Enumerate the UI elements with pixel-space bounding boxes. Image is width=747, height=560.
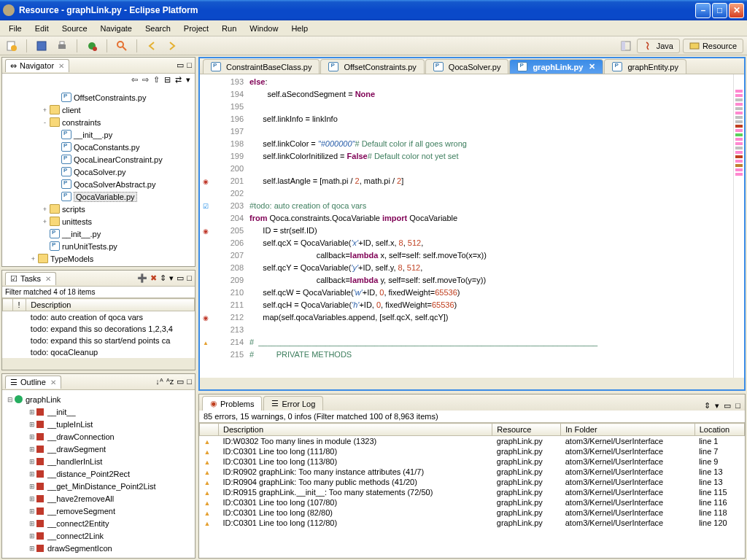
menu-source[interactable]: Source — [56, 23, 93, 34]
outline-method[interactable]: ⊞__handlerInList — [5, 455, 192, 467]
tree-item[interactable]: QocaSolverAbstract.py — [5, 178, 192, 190]
editor-tab[interactable]: ConstraintBaseClass.py — [203, 59, 320, 74]
close-icon[interactable]: ✕ — [45, 275, 51, 283]
navigator-tab[interactable]: ⇔Navigator✕ — [5, 59, 69, 72]
outline-method[interactable]: ⊞__connect2Entity — [5, 517, 192, 529]
menu-navigate[interactable]: Navigate — [95, 23, 138, 34]
maximize-button[interactable]: □ — [712, 3, 727, 18]
open-perspective-icon[interactable] — [618, 38, 634, 54]
code-editor[interactable]: 193 else:194 self.aSecondSegment = None1… — [200, 74, 744, 378]
menu-file[interactable]: File — [3, 23, 28, 34]
outline-method[interactable]: ⊞__drawConnection — [5, 430, 192, 443]
nav-forward-icon[interactable] — [164, 38, 180, 54]
print-icon[interactable] — [54, 38, 70, 54]
tree-item[interactable]: QocaVariable.py — [5, 190, 192, 203]
new-icon[interactable] — [4, 38, 20, 54]
outline-tab[interactable]: ☰Outline✕ — [5, 376, 61, 389]
maximize-icon[interactable]: □ — [187, 61, 192, 70]
tasks-table[interactable]: !Description todo: auto creation of qoca… — [2, 298, 195, 358]
minimize-icon[interactable]: ▭ — [177, 61, 184, 70]
problem-row[interactable]: ID:C0301 Line too long (112/80)graphLink… — [200, 518, 745, 528]
minimize-icon[interactable]: ▭ — [177, 273, 184, 283]
tree-item[interactable]: +unitTests — [5, 265, 192, 266]
outline-method[interactable]: ⊞__get_MinDistance_Point2List — [5, 480, 192, 492]
editor-scrollbar[interactable] — [200, 378, 744, 389]
problem-row[interactable]: ID:R0902 graphLink: Too many instance at… — [200, 467, 745, 477]
delete-task-icon[interactable]: ✖ — [150, 273, 157, 283]
filter-icon[interactable]: ⇕ — [160, 273, 166, 283]
maximize-icon[interactable]: □ — [735, 401, 740, 411]
sort2-icon[interactable]: ᴬz — [166, 377, 174, 386]
collapse-icon[interactable]: ⊟ — [164, 75, 171, 87]
tree-item[interactable]: +unittests — [5, 215, 192, 228]
search-icon[interactable] — [114, 38, 130, 54]
problem-row[interactable]: ID:C0301 Line too long (113/80)graphLink… — [200, 456, 745, 467]
problems-table[interactable]: DescriptionResourceIn FolderLocation ID:… — [199, 423, 745, 558]
overview-ruler[interactable] — [733, 74, 744, 378]
editor-tab[interactable]: graphLink.py✕ — [509, 59, 603, 74]
save-icon[interactable] — [34, 38, 50, 54]
problem-row[interactable]: ID:R0915 graphLink.__init__: Too many st… — [200, 487, 745, 497]
forward-icon[interactable]: ⇨ — [142, 75, 149, 87]
minimize-button[interactable]: － — [695, 3, 711, 18]
close-icon[interactable]: ✕ — [50, 378, 56, 386]
navigator-tree[interactable]: OffsetConstraints.py+client-constraints_… — [2, 88, 195, 266]
back-icon[interactable]: ⇦ — [131, 75, 138, 87]
maximize-icon[interactable]: □ — [187, 273, 192, 283]
tree-item[interactable]: QocaConstants.py — [5, 141, 192, 153]
problem-row[interactable]: ID:W0302 Too many lines in module (1323)… — [200, 436, 745, 447]
problem-row[interactable]: ID:C0301 Line too long (82/80)graphLink.… — [200, 508, 745, 518]
tree-item[interactable]: +client — [5, 104, 192, 116]
minimize-icon[interactable]: ▭ — [177, 377, 184, 386]
link-icon[interactable]: ⇄ — [175, 75, 182, 87]
tree-item[interactable]: QocaLinearConstraint.py — [5, 153, 192, 166]
tree-item[interactable]: +scripts — [5, 203, 192, 215]
nav-back-icon[interactable] — [144, 38, 160, 54]
tree-item[interactable]: -constraints — [5, 116, 192, 128]
resource-perspective-button[interactable]: Resource — [683, 39, 743, 53]
task-row[interactable]: todo: expand this so decorations 1,2,3,4 — [3, 323, 195, 335]
outline-class[interactable]: ⊟graphLink — [5, 393, 192, 405]
scrollbar[interactable] — [2, 358, 195, 370]
menu-window[interactable]: Window — [244, 23, 284, 34]
outline-method[interactable]: ⊞__init__ — [5, 405, 192, 418]
outline-method[interactable]: ⊞__removeSegment — [5, 505, 192, 517]
menu-search[interactable]: Search — [139, 23, 177, 34]
task-row[interactable]: todo: expand this so start/end points ca — [3, 335, 195, 346]
outline-method[interactable]: ⊞__connect2Link — [5, 529, 192, 542]
add-task-icon[interactable]: ➕ — [137, 273, 147, 283]
problems-tab[interactable]: ☰Error Log — [263, 396, 323, 411]
tree-item[interactable]: +TypeModels — [5, 252, 192, 265]
editor-tab[interactable]: graphEntity.py — [604, 59, 686, 74]
task-row[interactable]: todo: auto creation of qoca vars — [3, 311, 195, 324]
menu-icon[interactable]: ▾ — [715, 401, 719, 411]
problem-row[interactable]: ID:C0301 Line too long (107/80)graphLink… — [200, 497, 745, 508]
menu-project[interactable]: Project — [178, 23, 214, 34]
menu-run[interactable]: Run — [216, 23, 242, 34]
problem-row[interactable]: ID:R0904 graphLink: Too many public meth… — [200, 477, 745, 487]
menu-edit[interactable]: Edit — [29, 23, 55, 34]
outline-method[interactable]: ⊞__distance_Point2Rect — [5, 467, 192, 480]
menu-help[interactable]: Help — [285, 23, 314, 34]
sort-icon[interactable]: ↓ᴬ — [155, 377, 163, 386]
task-row[interactable]: todo: qocaCleanup — [3, 346, 195, 358]
editor-tab[interactable]: QocaSolver.py — [425, 59, 509, 74]
outline-method[interactable]: ⊞drawSegmentIcon — [5, 542, 192, 554]
outline-method[interactable]: ⊞__drawSegment — [5, 443, 192, 455]
outline-method[interactable]: ⊞__have2removeAll — [5, 492, 192, 505]
tree-item[interactable]: runUnitTests.py — [5, 240, 192, 252]
menu-icon[interactable]: ▾ — [169, 273, 174, 283]
tree-item[interactable]: __init__.py — [5, 228, 192, 240]
close-button[interactable]: ✕ — [729, 3, 744, 18]
filter-icon[interactable]: ⇕ — [704, 401, 711, 411]
up-icon[interactable]: ⇧ — [153, 75, 160, 87]
debug-icon[interactable] — [84, 38, 100, 54]
outline-tree[interactable]: ⊟graphLink⊞__init__⊞__tupleInList⊞__draw… — [2, 390, 195, 558]
tree-item[interactable]: __init__.py — [5, 128, 192, 141]
close-icon[interactable]: ✕ — [58, 62, 64, 70]
outline-method[interactable]: ⊞__tupleInList — [5, 418, 192, 430]
java-perspective-button[interactable]: Java — [637, 39, 680, 53]
tree-item[interactable]: QocaSolver.py — [5, 166, 192, 178]
menu-icon[interactable]: ▾ — [186, 75, 190, 87]
tree-item[interactable]: OffsetConstraints.py — [5, 91, 192, 104]
